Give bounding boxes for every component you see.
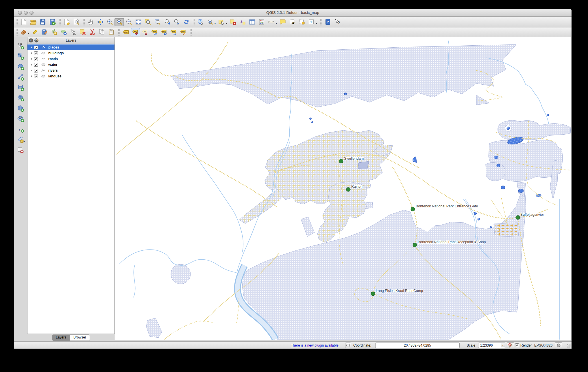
- identify-features-icon[interactable]: i: [196, 18, 205, 26]
- save-layer-edits-icon[interactable]: [40, 28, 49, 36]
- pan-map-icon[interactable]: [86, 18, 95, 26]
- plugin-available-link[interactable]: There is a new plugin available: [291, 343, 339, 347]
- toggle-editing-icon[interactable]: [30, 28, 40, 36]
- add-wcs-layer-icon[interactable]: [16, 104, 25, 112]
- new-project-icon[interactable]: [19, 18, 28, 26]
- zoom-to-selection-icon[interactable]: [143, 18, 153, 26]
- toolbar-drag-handle[interactable]: [193, 18, 195, 25]
- toolbar-drag-handle[interactable]: [190, 29, 192, 36]
- layer-checkbox[interactable]: [34, 69, 38, 72]
- pan-to-selection-icon[interactable]: [95, 18, 105, 26]
- toolbar-drag-handle[interactable]: [83, 18, 85, 25]
- toolbar-drag-handle[interactable]: [320, 18, 322, 25]
- toolbar-drag-handle[interactable]: [16, 29, 18, 36]
- layer-item-water[interactable]: water: [27, 62, 114, 68]
- resize-grip[interactable]: [567, 344, 571, 348]
- layer-item-buildings[interactable]: buildings: [27, 50, 114, 56]
- node-tool-icon[interactable]: [69, 28, 78, 36]
- pin-unpin-labels-icon[interactable]: ab: [131, 28, 140, 36]
- rotate-label-icon[interactable]: abc: [169, 28, 178, 36]
- zoom-full-icon[interactable]: [134, 18, 143, 26]
- close-panel-icon[interactable]: ✕: [29, 38, 33, 42]
- open-project-icon[interactable]: [28, 18, 38, 26]
- zoom-to-layer-icon[interactable]: [153, 18, 162, 26]
- composer-manager-icon[interactable]: [71, 18, 81, 26]
- toolbar-drag-handle[interactable]: [16, 18, 18, 25]
- stop-render-icon[interactable]: [507, 342, 514, 348]
- layer-checkbox[interactable]: [34, 63, 38, 67]
- move-feature-icon[interactable]: [59, 28, 69, 36]
- layer-checkbox[interactable]: [34, 57, 38, 61]
- add-feature-icon[interactable]: [49, 28, 59, 36]
- add-raster-layer-icon[interactable]: [16, 52, 25, 60]
- copy-features-icon[interactable]: [97, 28, 107, 36]
- layer-item-places[interactable]: places: [27, 44, 114, 50]
- label-settings-icon[interactable]: abc: [121, 28, 131, 36]
- add-postgis-layer-icon[interactable]: [16, 62, 25, 71]
- crs-status-icon[interactable]: [555, 342, 562, 348]
- save-project-as-icon[interactable]: [47, 18, 57, 26]
- place-marker-swellendam[interactable]: [339, 159, 343, 163]
- new-shapefile-layer-icon[interactable]: ▼: [16, 135, 25, 144]
- delete-selected-icon[interactable]: [78, 28, 88, 36]
- render-checkbox[interactable]: [515, 343, 519, 347]
- measure-line-icon[interactable]: [267, 18, 276, 26]
- plugin-icon[interactable]: [345, 343, 351, 348]
- save-project-icon[interactable]: [38, 18, 47, 26]
- zoom-out-icon[interactable]: [114, 18, 124, 26]
- layer-checkbox[interactable]: [34, 46, 38, 49]
- field-calculator-icon[interactable]: [257, 18, 267, 26]
- open-attribute-table-icon[interactable]: [247, 18, 257, 26]
- place-marker-buffeljagsrivier[interactable]: [516, 215, 520, 220]
- current-edits-icon[interactable]: [19, 28, 28, 36]
- place-marker-reception-shop[interactable]: [413, 243, 417, 247]
- remove-layer-group-icon[interactable]: [16, 146, 25, 154]
- layer-checkbox[interactable]: [34, 51, 38, 55]
- move-label-icon[interactable]: abc: [159, 28, 169, 36]
- place-marker-lang-elsies[interactable]: [371, 292, 375, 296]
- show-bookmarks-icon[interactable]: [297, 18, 307, 26]
- expand-arrow-icon[interactable]: [31, 52, 32, 54]
- help-contents-icon[interactable]: ?: [323, 18, 333, 26]
- expand-arrow-icon[interactable]: [31, 69, 32, 72]
- expand-arrow-icon[interactable]: [31, 58, 32, 60]
- add-wms-layer-icon[interactable]: [16, 94, 25, 102]
- float-panel-icon[interactable]: ❐: [34, 38, 38, 42]
- add-mssql-layer-icon[interactable]: [16, 83, 25, 92]
- refresh-icon[interactable]: [181, 18, 191, 26]
- tab-browser[interactable]: Browser: [70, 334, 90, 341]
- combo-dropdown-icon[interactable]: ▼: [501, 343, 505, 347]
- map-tips-icon[interactable]: [278, 18, 288, 26]
- cut-features-icon[interactable]: [88, 28, 97, 36]
- expand-arrow-icon[interactable]: [31, 46, 32, 49]
- layer-item-roads[interactable]: roads: [27, 56, 114, 62]
- run-feature-action-icon[interactable]: [205, 18, 215, 26]
- tab-layers[interactable]: Layers: [52, 334, 70, 341]
- layer-item-rivers[interactable]: rivers: [27, 68, 114, 73]
- expand-arrow-icon[interactable]: [31, 75, 32, 77]
- zoom-in-icon[interactable]: [105, 18, 114, 26]
- toolbar-drag-handle[interactable]: [59, 18, 61, 25]
- add-vector-layer-icon[interactable]: [16, 42, 25, 50]
- highlight-pinned-labels-icon[interactable]: ab: [140, 28, 150, 36]
- place-marker-railton[interactable]: [346, 187, 350, 191]
- whats-this-icon[interactable]: ?: [333, 18, 342, 26]
- scale-combo[interactable]: 1:23396 ▼: [478, 343, 505, 348]
- new-bookmark-icon[interactable]: [288, 18, 297, 26]
- new-print-composer-icon[interactable]: [62, 18, 71, 26]
- show-hide-labels-icon[interactable]: abc: [150, 28, 159, 36]
- add-wfs-layer-icon[interactable]: [16, 114, 25, 123]
- layer-checkbox[interactable]: [34, 75, 38, 78]
- text-annotation-icon[interactable]: T: [307, 18, 316, 26]
- coordinate-input[interactable]: 20.4369,-34.0285: [375, 343, 460, 348]
- toolbar-drag-handle[interactable]: [118, 29, 120, 36]
- change-label-properties-icon[interactable]: abc: [178, 28, 188, 36]
- zoom-next-icon[interactable]: [172, 18, 181, 26]
- select-features-icon[interactable]: [217, 18, 226, 26]
- deselect-features-icon[interactable]: [228, 18, 238, 26]
- layer-item-landuse[interactable]: landuse: [27, 73, 114, 79]
- add-delimited-text-layer-icon[interactable]: ,: [16, 125, 25, 133]
- place-marker-entrance-gate[interactable]: [411, 207, 415, 211]
- map-canvas[interactable]: Swellendam Railton Bontebok National Par…: [115, 37, 571, 340]
- zoom-actual-size-icon[interactable]: 1:1: [124, 18, 134, 26]
